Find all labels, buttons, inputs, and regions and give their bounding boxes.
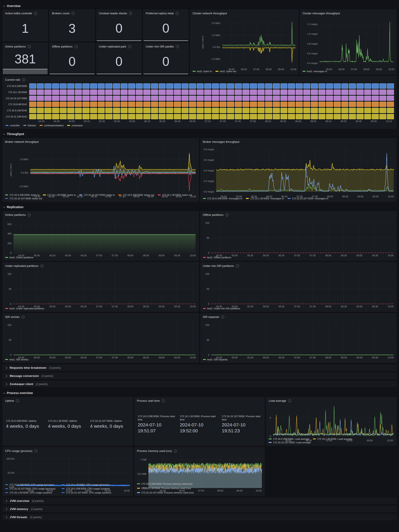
section-row-requests-time-breakdown[interactable]: Requests time breakdown (3 panels) bbox=[3, 365, 396, 371]
role-status-cell[interactable] bbox=[29, 114, 36, 119]
role-status-cell[interactable] bbox=[303, 96, 310, 101]
role-status-cell[interactable] bbox=[220, 114, 227, 119]
info-icon[interactable]: i bbox=[236, 265, 239, 267]
section-header-overview[interactable]: Overview bbox=[3, 3, 396, 9]
role-status-cell[interactable] bbox=[281, 83, 287, 89]
role-status-cell[interactable] bbox=[159, 89, 166, 95]
role-status-cell[interactable] bbox=[52, 96, 59, 101]
legend-item[interactable]: test1: messages in bbox=[302, 70, 327, 73]
role-status-cell[interactable] bbox=[341, 114, 349, 119]
role-status-cell[interactable] bbox=[303, 89, 310, 95]
role-status-cell[interactable] bbox=[98, 114, 105, 119]
role-status-cell[interactable] bbox=[250, 89, 257, 95]
role-status-cell[interactable] bbox=[311, 108, 318, 113]
role-status-cell[interactable] bbox=[174, 108, 181, 113]
role-status-cell[interactable] bbox=[273, 102, 280, 107]
role-status-cell[interactable] bbox=[326, 89, 333, 95]
role-status-cell[interactable] bbox=[98, 89, 105, 95]
role-status-cell[interactable] bbox=[334, 89, 341, 95]
role-status-cell[interactable] bbox=[67, 108, 74, 113]
role-status-cell[interactable] bbox=[181, 89, 189, 95]
panel-header[interactable]: Unclean leader electio i bbox=[97, 10, 141, 16]
legend-item[interactable]: 172.16.1.30:5556: CPU usage (system) bbox=[5, 491, 55, 494]
panel-header[interactable]: ISR shrinks i bbox=[3, 314, 199, 319]
role-status-cell[interactable] bbox=[258, 114, 265, 119]
role-status-cell[interactable] bbox=[105, 108, 112, 113]
role-status-cell[interactable] bbox=[220, 89, 227, 95]
role-status-cell[interactable] bbox=[364, 114, 371, 119]
panel-header[interactable]: Current role i bbox=[3, 76, 396, 82]
role-status-cell[interactable] bbox=[75, 108, 82, 113]
role-status-cell[interactable] bbox=[227, 83, 234, 89]
role-status-cell[interactable] bbox=[159, 108, 166, 113]
legend-item[interactable]: 172.16.0.208:5556: bytes out bbox=[118, 194, 154, 196]
role-status-cell[interactable] bbox=[136, 89, 143, 95]
role-status-cell[interactable] bbox=[349, 102, 356, 107]
role-status-cell[interactable] bbox=[318, 102, 326, 107]
role-status-cell[interactable] bbox=[227, 89, 234, 95]
role-status-cell[interactable] bbox=[288, 96, 295, 101]
legend-item[interactable]: 172.16.1.30:5556: Load average bbox=[313, 438, 352, 440]
role-status-cell[interactable] bbox=[143, 89, 150, 95]
legend-item[interactable]: 172.16.1.30:5556: bytes out bbox=[158, 194, 192, 196]
role-status-cell[interactable] bbox=[113, 102, 120, 107]
role-status-cell[interactable] bbox=[220, 102, 227, 107]
role-status-cell[interactable] bbox=[143, 102, 150, 107]
role-status-cell[interactable] bbox=[243, 89, 249, 95]
role-status-cell[interactable] bbox=[52, 114, 59, 119]
role-status-cell[interactable] bbox=[197, 108, 204, 113]
role-status-cell[interactable] bbox=[235, 108, 242, 113]
role-status-cell[interactable] bbox=[197, 114, 204, 119]
role-status-cell[interactable] bbox=[29, 108, 36, 113]
panel-header[interactable]: Under replicated parti i bbox=[97, 43, 141, 49]
role-status-cell[interactable] bbox=[303, 114, 310, 119]
role-status-cell[interactable] bbox=[128, 89, 135, 95]
role-status-cell[interactable] bbox=[380, 83, 387, 89]
role-status-cell[interactable] bbox=[212, 96, 219, 101]
role-status-cell[interactable] bbox=[334, 102, 341, 107]
role-status-cell[interactable] bbox=[250, 114, 257, 119]
role-status-cell[interactable] bbox=[44, 114, 51, 119]
role-status-cell[interactable] bbox=[29, 83, 36, 89]
role-status-cell[interactable] bbox=[334, 114, 341, 119]
role-status-cell[interactable] bbox=[60, 96, 67, 101]
role-status-cell[interactable] bbox=[204, 89, 211, 95]
role-status-cell[interactable] bbox=[220, 96, 227, 101]
role-status-cell[interactable] bbox=[204, 83, 211, 89]
role-status-cell[interactable] bbox=[44, 102, 51, 107]
time-series-chart[interactable]: 05:0006:0007:0008:0009:0010:000.4 msg/s0… bbox=[300, 16, 396, 69]
role-status-cell[interactable] bbox=[303, 102, 310, 107]
legend-item[interactable]: 172.16.1.30:5556: bytes in bbox=[43, 194, 76, 196]
role-status-cell[interactable] bbox=[75, 83, 82, 89]
role-status-cell[interactable] bbox=[341, 102, 349, 107]
legend-item[interactable]: test1: Under min ISR partitions bbox=[203, 307, 240, 310]
role-status-cell[interactable] bbox=[311, 114, 318, 119]
role-status-cell[interactable] bbox=[235, 114, 242, 119]
role-status-cell[interactable] bbox=[318, 96, 326, 101]
role-status-cell[interactable] bbox=[29, 89, 36, 95]
role-status-cell[interactable] bbox=[37, 102, 44, 107]
role-status-cell[interactable] bbox=[197, 102, 204, 107]
role-status-cell[interactable] bbox=[174, 102, 181, 107]
panel-header[interactable]: Under min ISR partitions i bbox=[201, 262, 396, 268]
role-status-cell[interactable] bbox=[166, 102, 173, 107]
role-status-cell[interactable] bbox=[166, 108, 173, 113]
role-status-cell[interactable] bbox=[75, 89, 82, 95]
role-status-cell[interactable] bbox=[235, 96, 242, 101]
role-status-cell[interactable] bbox=[258, 96, 265, 101]
time-series-chart[interactable]: 04:3005:0005:3006:0006:3007:0007:3008:00… bbox=[3, 217, 199, 255]
role-status-cell[interactable] bbox=[166, 89, 173, 95]
legend-item[interactable]: 172.16.0.208:5556: bytes in bbox=[5, 194, 39, 196]
legend-item[interactable]: 172.16.1.30:5556: CPU usage (process) bbox=[62, 483, 111, 486]
role-status-cell[interactable] bbox=[265, 102, 272, 107]
legend-item[interactable]: test1: bytes in bbox=[193, 70, 212, 73]
role-status-cell[interactable] bbox=[128, 108, 135, 113]
panel-header[interactable]: Cluster network throughput bbox=[190, 10, 298, 16]
role-status-cell[interactable] bbox=[121, 108, 128, 113]
role-status-cell[interactable] bbox=[174, 96, 181, 101]
role-status-cell[interactable] bbox=[204, 102, 211, 107]
time-series-chart[interactable]: 04:3005:0005:3006:0006:3007:0007:3008:00… bbox=[3, 268, 199, 306]
role-status-cell[interactable] bbox=[113, 83, 120, 89]
role-status-cell[interactable] bbox=[243, 114, 249, 119]
panel-header[interactable]: Preferred replica inbal i bbox=[143, 10, 188, 16]
